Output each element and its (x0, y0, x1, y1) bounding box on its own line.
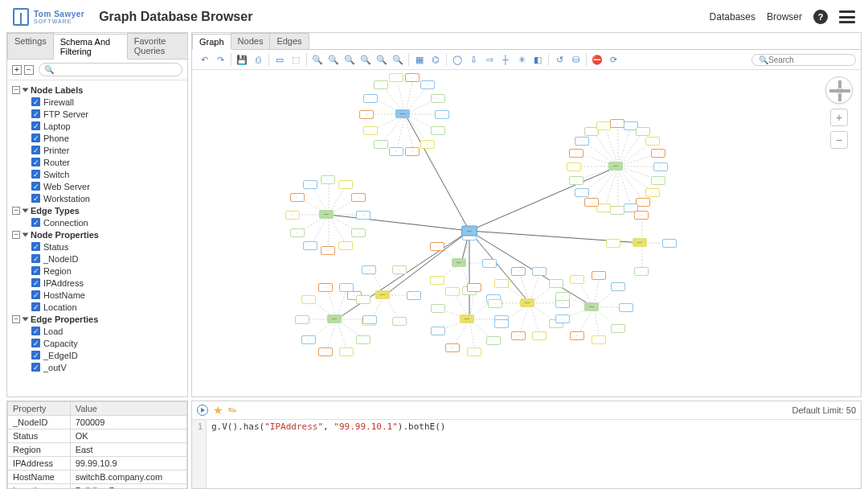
graph-leaf-node[interactable]: · (482, 259, 497, 268)
graph-leaf-node[interactable]: · (431, 126, 445, 135)
graph-leaf-node[interactable]: · (634, 211, 649, 220)
run-query-button[interactable] (197, 405, 208, 416)
graph-leaf-node[interactable]: · (486, 336, 501, 345)
graph-leaf-node[interactable]: · (290, 193, 305, 202)
graph-leaf-node[interactable]: · (392, 317, 407, 326)
graph-leaf-node[interactable]: · (645, 188, 660, 197)
tab-settings[interactable]: Settings (7, 33, 54, 59)
graph-leaf-node[interactable]: · (321, 246, 335, 255)
graph-hub-node[interactable]: ··· (584, 302, 599, 311)
tree-item[interactable]: Region (43, 266, 72, 276)
graph-hub-node[interactable]: ··· (520, 298, 534, 307)
graph-leaf-node[interactable]: · (389, 73, 403, 82)
zoom-sel-icon[interactable]: 🔍 (391, 52, 405, 67)
graph-hub-node[interactable]: ··· (608, 162, 623, 171)
databases-link[interactable]: Databases (710, 11, 755, 23)
graph-leaf-node[interactable]: · (321, 175, 335, 184)
graph-leaf-node[interactable]: · (374, 80, 388, 89)
tree-group-edge-properties[interactable]: Edge Properties (31, 314, 98, 324)
tab-edges[interactable]: Edges (269, 33, 309, 49)
graph-leaf-node[interactable]: · (351, 193, 366, 202)
help-icon[interactable]: ? (813, 10, 828, 24)
zoom-fit-icon[interactable]: 🔍 (375, 52, 389, 67)
graph-leaf-node[interactable]: · (338, 180, 353, 189)
graph-leaf-node[interactable]: · (431, 327, 445, 335)
tab-favorite-queries[interactable]: Favorite Queries (127, 33, 188, 59)
browser-link[interactable]: Browser (767, 11, 802, 23)
graph-search-input[interactable] (768, 55, 849, 64)
graph-leaf-node[interactable]: · (651, 176, 665, 185)
graph-leaf-node[interactable]: · (610, 206, 624, 215)
tree-item[interactable]: HostName (43, 290, 85, 300)
redo-icon[interactable]: ↷ (213, 52, 227, 67)
graph-leaf-node[interactable]: · (549, 279, 563, 288)
tab-schema[interactable]: Schema And Filtering (53, 34, 128, 60)
circular-icon[interactable]: ◯ (450, 52, 465, 67)
graph-leaf-node[interactable]: · (339, 347, 354, 356)
zoom-in-button[interactable]: + (830, 109, 848, 126)
tree-group-node-properties[interactable]: Node Properties (31, 230, 99, 240)
graph-leaf-node[interactable]: · (610, 119, 624, 128)
undo-icon[interactable]: ↶ (197, 52, 211, 67)
wand-icon[interactable]: ✎ (226, 403, 240, 417)
tree-item[interactable]: Firewall (43, 97, 74, 107)
graph-leaf-node[interactable]: · (611, 282, 625, 291)
graph-leaf-node[interactable]: · (290, 228, 305, 237)
checkbox-icon[interactable]: ✓ (31, 327, 40, 335)
graph-leaf-node[interactable]: · (318, 283, 333, 292)
tree-item[interactable]: Connection (43, 218, 88, 228)
tree-item[interactable]: Phone (43, 134, 69, 143)
tree-group-node-labels[interactable]: Node Labels (31, 85, 83, 95)
graph-leaf-node[interactable]: · (575, 137, 589, 146)
checkbox-icon[interactable]: ✓ (31, 302, 40, 311)
graph-leaf-node[interactable]: · (567, 162, 581, 171)
graph-leaf-node[interactable]: · (467, 347, 481, 356)
marquee-icon[interactable]: ▦ (412, 52, 427, 67)
graph-leaf-node[interactable]: · (584, 198, 599, 207)
graph-leaf-node[interactable]: · (592, 271, 606, 280)
save-icon[interactable]: 💾 (235, 52, 249, 67)
graph-leaf-node[interactable]: · (356, 335, 371, 344)
hier-down-icon[interactable]: ⇩ (466, 52, 481, 67)
checkbox-icon[interactable]: ✓ (31, 97, 40, 106)
tree-expander-icon[interactable]: − (12, 207, 20, 215)
checkbox-icon[interactable]: ✓ (31, 182, 40, 191)
tree-item[interactable]: _EdgeID (43, 351, 78, 360)
bundle-icon[interactable]: ⌬ (428, 52, 443, 67)
zoom-out-icon[interactable]: 🔍 (342, 52, 357, 67)
graph-leaf-node[interactable]: · (651, 149, 665, 158)
overview-icon[interactable]: ◧ (530, 52, 545, 67)
tree-item[interactable]: Laptop (43, 121, 71, 131)
checkbox-icon[interactable]: ✓ (31, 109, 40, 118)
graph-leaf-node[interactable]: · (662, 239, 677, 248)
query-editor[interactable]: g.V().has("IPAddress", "99.99.10.1").bot… (207, 420, 861, 488)
tree-expander-icon[interactable]: − (12, 231, 20, 239)
graph-leaf-node[interactable]: · (575, 188, 589, 197)
favorite-icon[interactable]: ★ (213, 404, 223, 417)
tree-item[interactable]: _outV (43, 363, 67, 372)
checkbox-icon[interactable]: ✓ (31, 158, 40, 166)
hier-right-icon[interactable]: ⇨ (482, 52, 497, 67)
checkbox-icon[interactable]: ✓ (31, 363, 40, 372)
graph-hub-node[interactable]: ··· (460, 314, 474, 323)
table-row[interactable]: _NodeID700009 (8, 416, 187, 429)
graph-leaf-node[interactable]: · (351, 228, 366, 237)
graph-leaf-node[interactable]: · (301, 295, 316, 304)
graph-leaf-node[interactable]: · (420, 80, 435, 89)
graph-leaf-node[interactable]: · (359, 110, 374, 119)
hamburger-icon[interactable] (839, 10, 855, 23)
cursor-icon[interactable]: ▭ (272, 52, 287, 67)
refresh-icon[interactable]: ⟳ (606, 52, 620, 67)
tree-item[interactable]: Printer (43, 146, 69, 155)
graph-leaf-node[interactable]: · (356, 295, 371, 304)
export-icon[interactable]: ⎙ (251, 52, 265, 67)
graph-leaf-node[interactable]: · (301, 335, 316, 344)
graph-leaf-node[interactable]: · (569, 149, 583, 158)
graph-hub-node[interactable]: ··· (327, 314, 342, 323)
undo2-icon[interactable]: ↺ (552, 52, 567, 67)
graph-leaf-node[interactable]: · (511, 331, 526, 340)
tree-item[interactable]: Status (43, 242, 68, 252)
tree-item[interactable]: IPAddress (43, 278, 84, 288)
table-row[interactable]: IPAddress99.99.10.9 (8, 457, 187, 471)
graph-leaf-node[interactable]: · (467, 283, 481, 292)
